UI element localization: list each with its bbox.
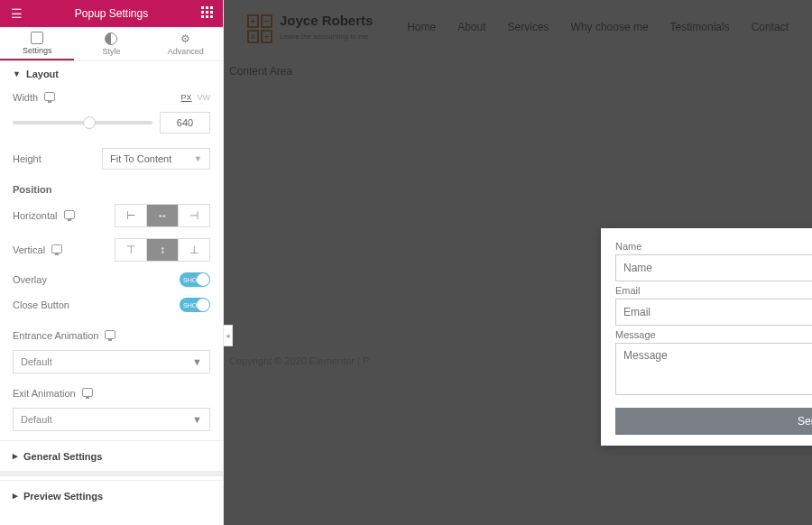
caret-down-icon: ▼ <box>13 69 21 78</box>
panel-tabs: Settings Style Advanced <box>0 27 223 61</box>
align-bottom-button[interactable]: ⊥ <box>178 238 210 262</box>
unit-px[interactable]: PX <box>180 93 191 102</box>
exit-label: Exit Animation <box>13 388 76 399</box>
desktop-icon[interactable] <box>64 210 75 219</box>
vertical-row: Vertical ⊤ ↕ ⊥ <box>0 233 223 267</box>
caret-right-icon: ▸ <box>13 490 18 502</box>
toggle-knob <box>197 299 209 311</box>
entrance-label: Entrance Animation <box>13 330 98 341</box>
overlay-toggle[interactable]: SHOW <box>180 272 210 287</box>
panel-body: ▼ Layout Width PX VW 640 Height Fit To C… <box>0 61 223 525</box>
preview-canvas: + − × ÷ Joyce Roberts Leave the accounti… <box>224 0 812 525</box>
message-input[interactable] <box>615 343 812 395</box>
general-settings-label: General Settings <box>23 451 102 462</box>
align-top-button[interactable]: ⊤ <box>115 238 147 262</box>
message-label: Message <box>615 329 812 340</box>
horizontal-align: ⊢ ↔ ⊣ <box>115 204 210 227</box>
tab-advanced[interactable]: Advanced <box>149 27 223 60</box>
exit-select[interactable]: Default ▼ <box>13 408 210 431</box>
slider-thumb[interactable] <box>83 116 96 129</box>
horizontal-label: Horizontal <box>13 210 58 221</box>
caret-right-icon: ▸ <box>13 450 18 462</box>
panel-collapse-handle[interactable]: ◂ <box>224 325 233 346</box>
panel-header: Popup Settings <box>0 0 223 27</box>
width-slider[interactable] <box>13 121 152 124</box>
tab-settings[interactable]: Settings <box>0 27 74 60</box>
tab-style-label: Style <box>102 47 120 56</box>
overlay-label: Overlay <box>13 274 47 285</box>
align-right-button[interactable]: ⊣ <box>178 204 210 227</box>
tab-style[interactable]: Style <box>74 27 148 60</box>
overlay-row: Overlay SHOW <box>0 267 223 292</box>
height-value: Fit To Content <box>110 153 171 164</box>
width-row: Width PX VW <box>0 87 223 108</box>
name-label: Name <box>615 241 812 252</box>
name-input[interactable] <box>615 254 812 281</box>
email-input[interactable] <box>615 299 812 326</box>
panel-title: Popup Settings <box>75 7 148 20</box>
vertical-label: Vertical <box>13 244 45 255</box>
width-units[interactable]: PX VW <box>180 93 210 102</box>
contrast-icon <box>105 32 117 45</box>
window-icon <box>31 32 43 44</box>
desktop-icon[interactable] <box>82 388 93 397</box>
apps-icon[interactable] <box>199 6 214 21</box>
editor-panel: Popup Settings Settings Style Advanced ▼… <box>0 0 224 525</box>
chevron-down-icon: ▼ <box>192 414 202 425</box>
section-layout[interactable]: ▼ Layout <box>0 61 223 87</box>
entrance-value: Default <box>21 356 52 367</box>
height-select[interactable]: Fit To Content ▼ <box>102 148 210 170</box>
width-slider-row: 640 <box>0 108 223 143</box>
exit-row: Exit Animation <box>0 382 223 404</box>
send-button[interactable]: Send <box>615 408 812 435</box>
chevron-down-icon: ▼ <box>194 154 202 163</box>
section-general-settings[interactable]: ▸ General Settings <box>0 440 223 471</box>
entrance-select[interactable]: Default ▼ <box>13 350 210 373</box>
section-preview-settings[interactable]: ▸ Preview Settings <box>0 480 223 511</box>
position-heading: Position <box>0 175 223 198</box>
width-value[interactable]: 640 <box>160 112 210 134</box>
desktop-icon[interactable] <box>105 330 115 339</box>
horizontal-row: Horizontal ⊢ ↔ ⊣ <box>0 198 223 233</box>
align-center-button[interactable]: ↔ <box>146 204 179 227</box>
entrance-row: Entrance Animation <box>0 318 223 346</box>
exit-value: Default <box>21 414 52 425</box>
tab-settings-label: Settings <box>23 46 52 55</box>
email-label: Email <box>615 285 812 296</box>
menu-icon[interactable] <box>9 6 23 21</box>
close-button-toggle[interactable]: SHOW <box>180 298 210 312</box>
desktop-icon[interactable] <box>51 244 62 253</box>
vertical-align: ⊤ ↕ ⊥ <box>115 238 210 262</box>
unit-vw[interactable]: VW <box>198 93 211 102</box>
width-label: Width <box>13 92 38 103</box>
tab-advanced-label: Advanced <box>168 47 204 56</box>
height-label: Height <box>13 153 42 164</box>
section-layout-label: Layout <box>26 69 59 79</box>
close-button-label: Close Button <box>13 299 69 310</box>
popup: ✕ Name Email Message Send <box>601 228 812 446</box>
align-left-button[interactable]: ⊢ <box>115 204 147 227</box>
preview-settings-label: Preview Settings <box>23 491 103 502</box>
toggle-knob <box>197 273 209 286</box>
chevron-down-icon: ▼ <box>192 356 202 367</box>
gear-icon <box>180 32 192 45</box>
height-row: Height Fit To Content ▼ <box>0 143 223 175</box>
desktop-icon[interactable] <box>44 92 55 101</box>
align-middle-button[interactable]: ↕ <box>146 238 179 262</box>
close-button-row: Close Button SHOW <box>0 292 223 318</box>
